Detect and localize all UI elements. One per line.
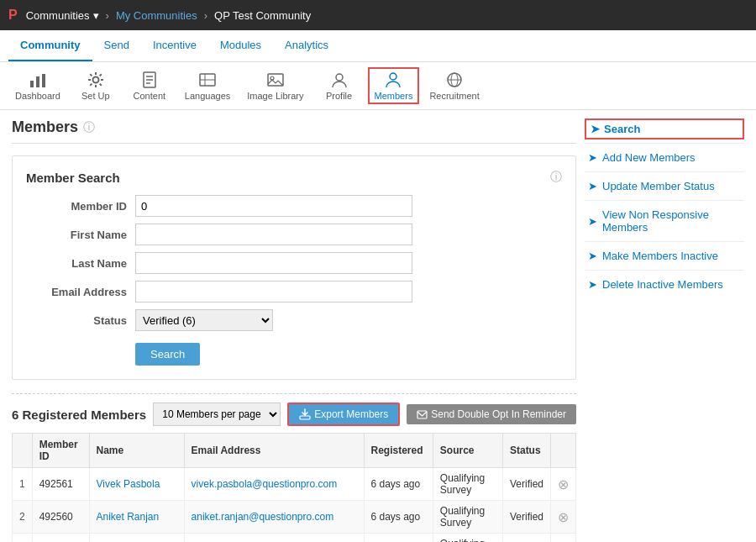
row-email[interactable]: vivek.pasbola@questionpro.com [184,468,364,501]
first-name-row: First Name [26,224,562,245]
sidebar-view-non-responsive[interactable]: ➤ View Non Responsive Members [585,204,744,238]
logo: P [8,8,18,23]
member-id-row: Member ID [26,195,562,217]
gear-icon [87,71,105,89]
svg-point-13 [336,74,343,81]
sidebar-sep-3 [585,200,744,201]
members-table: Member ID Name Email Address Registered … [12,433,576,542]
main-area: Members ⓘ Member Search ⓘ Member ID Firs… [12,118,576,542]
sidebar-sep-2 [585,171,744,172]
profile-icon [330,71,349,89]
row-registered: 6 days ago [364,534,433,543]
search-section-title: Member Search [26,171,120,185]
col-action [550,434,575,468]
page-title: Members [12,118,78,136]
search-section-header: Member Search ⓘ [26,170,562,185]
breadcrumb-my-communities[interactable]: My Communities [116,9,197,22]
nav-incentive[interactable]: Incentive [141,30,208,61]
sidebar-search[interactable]: ➤ Search [585,118,744,139]
email-row: Email Address [26,281,562,303]
row-member-id: 492560 [32,501,89,534]
nav-community[interactable]: Community [8,30,92,61]
col-email: Email Address [184,434,364,468]
toolbar-content[interactable]: Content [124,67,175,104]
status-label: Status [26,314,135,327]
row-action[interactable]: ⊗ [550,501,575,534]
send-reminder-button[interactable]: Send Double Opt In Reminder [407,404,576,424]
last-name-input[interactable] [135,252,412,274]
toolbar-image-library[interactable]: Image Library [240,67,310,104]
svg-rect-18 [300,416,310,419]
page-content: Members ⓘ Member Search ⓘ Member ID Firs… [0,110,756,542]
image-icon [266,71,285,89]
sidebar-update-status[interactable]: ➤ Update Member Status [585,176,744,197]
toolbar-dashboard[interactable]: Dashboard [8,67,67,104]
svg-rect-19 [417,411,427,418]
row-action[interactable]: ⊗ [550,534,575,543]
nav-modules[interactable]: Modules [208,30,273,61]
row-member-id: 492559 [32,534,89,543]
search-help-icon[interactable]: ⓘ [550,170,562,185]
row-status: Verified [502,534,550,543]
sidebar-make-inactive[interactable]: ➤ Make Members Inactive [585,245,744,266]
toolbar-profile[interactable]: Profile [314,67,365,104]
row-registered: 6 days ago [364,468,433,501]
email-label: Email Address [26,286,135,298]
per-page-select[interactable]: 10 Members per page 25 Members per page … [153,403,281,426]
arrow-icon-2: ➤ [588,151,597,164]
row-source: Qualifying Survey [433,534,502,543]
search-button[interactable]: Search [135,343,200,366]
nav-analytics[interactable]: Analytics [273,30,340,61]
status-select[interactable]: Verified (6) All Unverified Inactive [135,309,273,331]
col-member-id: Member ID [32,434,89,468]
row-source: Qualifying Survey [433,501,502,534]
table-row: 2 492560 Aniket Ranjan aniket.ranjan@que… [13,501,576,534]
row-registered: 6 days ago [364,501,433,534]
member-id-label: Member ID [26,200,135,213]
sidebar-delete-inactive[interactable]: ➤ Delete Inactive Members [585,274,744,295]
sidebar-add-members[interactable]: ➤ Add New Members [585,147,744,168]
col-name: Name [89,434,184,468]
main-nav: Community Send Incentive Modules Analyti… [0,30,756,62]
member-id-input[interactable] [135,195,412,217]
communities-dropdown[interactable]: Communities ▾ [26,9,99,22]
row-email[interactable]: aniket.ranjan@questionpro.com [184,501,364,534]
arrow-icon-6: ➤ [588,278,597,291]
members-header: 6 Registered Members 10 Members per page… [12,403,576,426]
row-name[interactable]: Aniket Ranjan [89,501,184,534]
arrow-icon-3: ➤ [588,180,597,192]
svg-rect-2 [42,74,45,87]
row-name[interactable]: Vivek Pasbola [89,468,184,501]
breadcrumb-current-community: QP Test Community [214,9,311,22]
toolbar-setup[interactable]: Set Up [71,67,121,104]
section-separator [12,393,576,394]
col-source: Source [433,434,502,468]
bar-chart-icon [29,71,47,89]
arrow-icon-4: ➤ [588,215,597,228]
row-source: Qualifying Survey [433,468,502,501]
export-members-button[interactable]: Export Members [287,403,400,426]
sidebar: ➤ Search ➤ Add New Members ➤ Update Memb… [576,118,744,542]
export-icon [299,408,311,420]
row-name[interactable]: Matang Surti [89,534,184,543]
toolbar-members[interactable]: Members [368,67,420,104]
arrow-icon: ➤ [591,123,600,135]
status-row: Status Verified (6) All Unverified Inact… [26,309,562,331]
toolbar-languages[interactable]: Languages [178,67,237,104]
nav-send[interactable]: Send [92,30,141,61]
row-email[interactable]: matang.surti@questionpro.com [184,534,364,543]
arrow-icon-5: ➤ [588,250,597,262]
languages-icon [198,71,217,89]
help-icon[interactable]: ⓘ [83,120,95,135]
toolbar-recruitment[interactable]: Recruitment [423,67,486,104]
first-name-input[interactable] [135,224,412,245]
email-input[interactable] [135,281,412,303]
last-name-row: Last Name [26,252,562,274]
row-action[interactable]: ⊗ [550,468,575,501]
svg-rect-1 [36,76,39,87]
row-member-id: 492561 [32,468,89,501]
first-name-label: First Name [26,229,135,241]
remove-icon[interactable]: ⊗ [558,510,569,524]
remove-icon[interactable]: ⊗ [558,477,569,492]
sidebar-sep-1 [585,143,744,144]
